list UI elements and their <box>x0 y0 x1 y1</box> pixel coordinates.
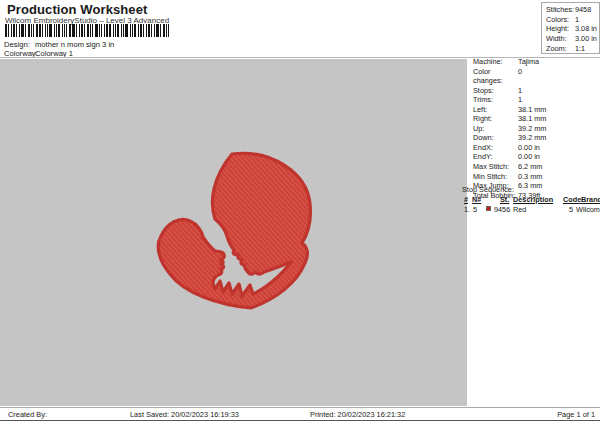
summary-row: Stitches:9458 <box>546 5 599 15</box>
heart-shape-path <box>158 153 310 308</box>
summary-value: 9458 <box>575 5 591 15</box>
summary-row: Colors:1 <box>546 15 599 25</box>
col-header-brand: Brand <box>581 195 600 204</box>
info-value: 39.2 mm <box>518 133 546 143</box>
info-label: Down: <box>473 133 518 143</box>
production-worksheet-page: Production Worksheet Wilcom EmbroiderySt… <box>0 0 600 424</box>
info-value: 6.2 mm <box>518 162 542 172</box>
machine-info-row: Left:38.1 mm <box>473 105 600 115</box>
stop-sequence-title: Stop Sequence: <box>462 185 514 194</box>
info-label: Machine: <box>473 57 518 67</box>
row-num: 1. <box>464 205 470 214</box>
machine-info-row: Color changes:0 <box>473 67 600 86</box>
info-value: 39.2 mm <box>518 124 546 134</box>
footer-divider-bottom <box>0 420 600 421</box>
machine-info-row: Down:39.2 mm <box>473 133 600 143</box>
summary-label: Zoom: <box>546 44 575 54</box>
summary-value: 3.08 in <box>575 24 597 34</box>
info-label: Trims: <box>473 95 518 105</box>
last-saved-label: Last Saved: 20/02/2023 16:19:33 <box>130 410 239 419</box>
summary-row: Width:3.00 in <box>546 34 599 44</box>
info-label: Up: <box>473 124 518 134</box>
info-label: Min Stitch: <box>473 172 518 182</box>
info-label: Color changes: <box>473 67 518 86</box>
info-label: Stops: <box>473 86 518 96</box>
machine-info-panel: Machine:Tajima Color changes:0 Stops:1 T… <box>473 57 600 200</box>
summary-value: 1:1 <box>575 44 585 54</box>
design-value: mother n mom sign 3 in <box>35 40 114 49</box>
summary-row: Height:3.08 in <box>546 24 599 34</box>
col-header-num: # <box>464 195 468 204</box>
info-label: Max Stitch: <box>473 162 518 172</box>
stop-sequence-table: Stop Sequence: # N# St. Description Code… <box>462 185 600 225</box>
design-name-row: Design: mother n mom sign 3 in <box>0 40 300 49</box>
machine-info-row: EndX:0.00 in <box>473 143 600 153</box>
design-canvas <box>0 59 467 406</box>
col-header-code: Code <box>563 195 581 204</box>
col-header-description: Description <box>513 195 553 204</box>
design-label: Design: <box>4 40 30 49</box>
row-stitches: 9456 <box>494 205 510 214</box>
info-value: Tajima <box>518 57 539 67</box>
summary-label: Height: <box>546 24 575 34</box>
machine-info-row: Max Stitch:6.2 mm <box>473 162 600 172</box>
summary-row: Zoom:1:1 <box>546 44 599 54</box>
info-label: Right: <box>473 114 518 124</box>
thread-color-swatch <box>486 206 491 211</box>
row-n: 5 <box>473 205 477 214</box>
footer-divider-top <box>0 407 600 408</box>
machine-info-row: Stops:1 <box>473 86 600 96</box>
machine-info-row: Min Stitch:0.3 mm <box>473 172 600 182</box>
row-description: Red <box>513 205 526 214</box>
machine-info-row: Right:38.1 mm <box>473 114 600 124</box>
row-code: 5 <box>569 205 573 214</box>
mother-child-heart-design <box>158 153 313 310</box>
info-value: 38.1 mm <box>518 105 546 115</box>
summary-value: 1 <box>575 15 579 25</box>
printed-label: Printed: 20/02/2023 16:21:32 <box>310 410 405 419</box>
info-label: Left: <box>473 105 518 115</box>
info-value: 0.3 mm <box>518 172 542 182</box>
info-value: 1 <box>518 86 522 96</box>
col-header-st: St. <box>500 195 509 204</box>
machine-info-row: Up:39.2 mm <box>473 124 600 134</box>
info-label: EndX: <box>473 143 518 153</box>
machine-info-row: EndY:0.00 in <box>473 152 600 162</box>
machine-info-row: Machine:Tajima <box>473 57 600 67</box>
page-title: Production Worksheet <box>7 2 147 17</box>
summary-label: Width: <box>546 34 575 44</box>
info-value: 1 <box>518 95 522 105</box>
summary-value: 3.00 in <box>575 34 597 44</box>
barcode <box>5 24 175 37</box>
machine-info-row: Trims:1 <box>473 95 600 105</box>
col-header-n: N# <box>472 195 481 204</box>
created-by-label: Created By: <box>8 410 47 419</box>
info-value: 38.1 mm <box>518 114 546 124</box>
row-brand: Wilcom <box>576 205 600 214</box>
info-value: 0.00 in <box>518 143 540 153</box>
summary-label: Colors: <box>546 15 575 25</box>
summary-label: Stitches: <box>546 5 575 15</box>
page-number: Page 1 of 1 <box>557 410 595 419</box>
info-label: EndY: <box>473 152 518 162</box>
summary-box: Stitches:9458 Colors:1 Height:3.08 in Wi… <box>541 2 600 54</box>
info-value: 0.00 in <box>518 152 540 162</box>
info-value: 0 <box>518 67 522 86</box>
